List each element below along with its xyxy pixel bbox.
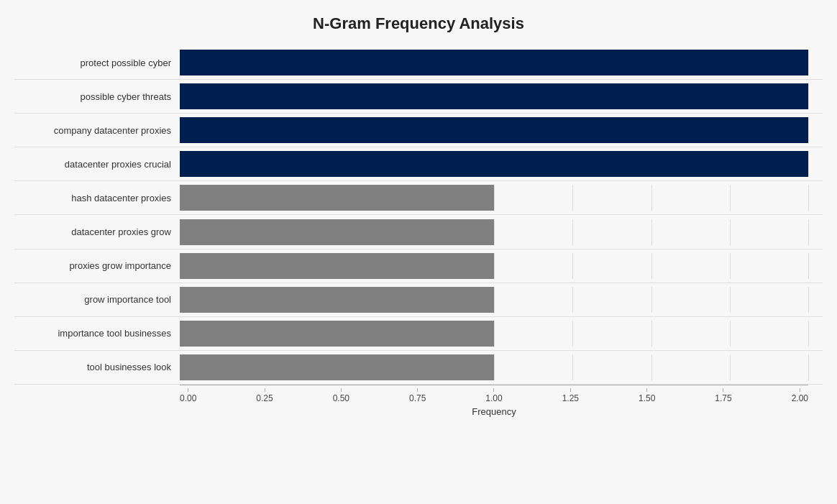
bar-row: datacenter proxies crucial: [14, 147, 823, 181]
bar-track: [180, 219, 808, 245]
bar-label: protect possible cyber: [14, 58, 180, 68]
bar-row: datacenter proxies grow: [14, 215, 823, 249]
bar-row: proxies grow importance: [14, 249, 823, 283]
bar-fill: [180, 185, 494, 211]
bar-row: possible cyber threats: [14, 80, 823, 114]
x-tick: 0.00: [180, 388, 196, 403]
bar-label: datacenter proxies crucial: [14, 159, 180, 170]
bar-row: grow importance tool: [14, 283, 823, 317]
bar-fill: [180, 321, 494, 347]
bar-track: [180, 321, 808, 347]
bar-fill: [180, 151, 808, 177]
bar-track: [180, 287, 808, 313]
bar-fill: [180, 50, 808, 75]
bar-label: importance tool businesses: [14, 328, 180, 339]
bar-row: hash datacenter proxies: [14, 181, 823, 215]
bar-fill: [180, 83, 808, 109]
x-axis-label: Frequency: [180, 406, 808, 417]
chart-title: N-Gram Frequency Analysis: [14, 14, 823, 33]
bar-label: company datacenter proxies: [14, 125, 180, 136]
bar-label: datacenter proxies grow: [14, 226, 180, 237]
chart-container: N-Gram Frequency Analysis protect possib…: [0, 0, 837, 504]
bar-row: protect possible cyber: [14, 46, 823, 80]
bar-fill: [180, 354, 494, 380]
bar-fill: [180, 253, 494, 279]
bar-track: [180, 83, 808, 109]
bar-fill: [180, 287, 494, 313]
bar-row: tool businesses look: [14, 351, 823, 385]
bar-track: [180, 354, 808, 380]
bar-track: [180, 151, 808, 177]
bar-track: [180, 253, 808, 279]
x-tick: 2.00: [792, 388, 808, 403]
x-tick: 0.75: [409, 388, 426, 403]
bar-row: importance tool businesses: [14, 317, 823, 351]
bar-row: company datacenter proxies: [14, 114, 823, 147]
bar-label: hash datacenter proxies: [14, 193, 180, 203]
x-tick: 0.50: [333, 388, 349, 403]
x-tick: 1.25: [562, 388, 579, 403]
x-tick: 1.00: [485, 388, 502, 403]
x-tick: 1.50: [639, 388, 655, 403]
x-tick: 0.25: [256, 388, 273, 403]
bar-track: [180, 50, 808, 75]
bar-label: possible cyber threats: [14, 91, 180, 102]
bar-track: [180, 117, 808, 143]
bar-fill: [180, 117, 808, 143]
bar-label: grow importance tool: [14, 294, 180, 305]
x-tick: 1.75: [715, 388, 731, 403]
bar-fill: [180, 219, 494, 245]
bar-label: tool businesses look: [14, 362, 180, 372]
bar-label: proxies grow importance: [14, 260, 180, 271]
bar-track: [180, 185, 808, 211]
